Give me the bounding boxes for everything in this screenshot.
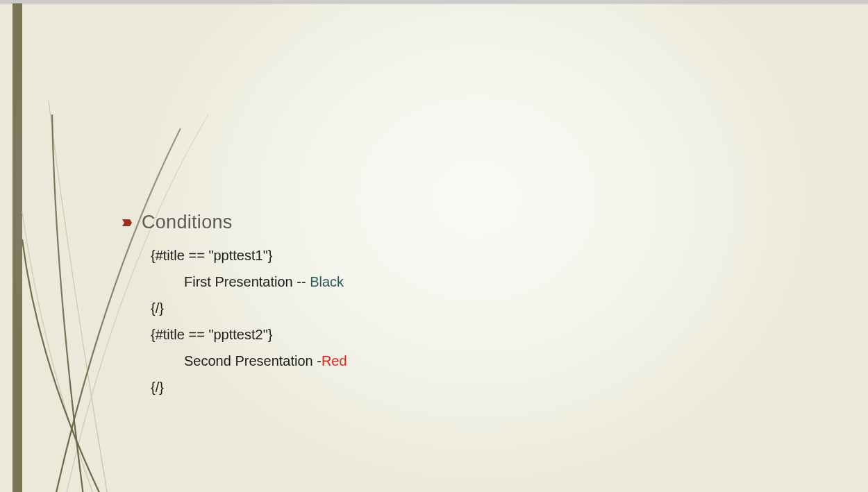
title-row: Conditions [122, 212, 347, 233]
condition-1-body: First Presentation -- Black [151, 275, 347, 289]
line1-color-label: Black [310, 274, 344, 289]
slide-canvas: Conditions {#title == "ppttest1"} First … [0, 3, 868, 492]
line2-color-label: Red [322, 353, 347, 368]
condition-2-close: {/} [151, 380, 347, 394]
line2-text: Second Presentation - [184, 353, 322, 368]
slide-title: Conditions [142, 212, 233, 233]
theme-left-bar [12, 3, 22, 492]
code-block: {#title == "ppttest1"} First Presentatio… [151, 248, 347, 394]
bullet-icon [122, 218, 133, 228]
condition-2-body: Second Presentation -Red [151, 354, 347, 368]
condition-1-open: {#title == "ppttest1"} [151, 248, 347, 262]
line1-text: First Presentation -- [184, 274, 310, 289]
condition-2-open: {#title == "ppttest2"} [151, 328, 347, 341]
slide-content: Conditions {#title == "ppttest1"} First … [122, 212, 347, 407]
condition-1-close: {/} [151, 301, 347, 315]
